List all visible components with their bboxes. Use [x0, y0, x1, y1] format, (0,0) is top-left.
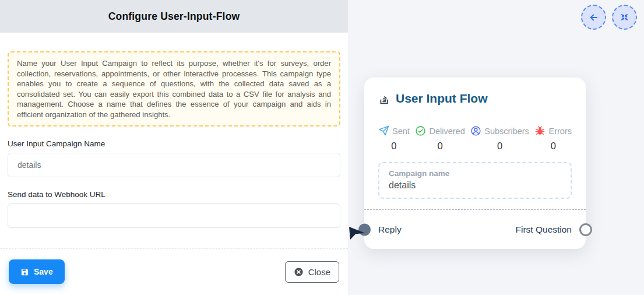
save-icon — [20, 268, 29, 276]
flow-canvas[interactable]: User Input Flow Sent 0 — [348, 0, 644, 295]
stat-subscribers-label: Subscribers — [484, 127, 529, 136]
back-arrow-icon — [589, 12, 599, 23]
stat-sent-label: Sent — [392, 127, 410, 136]
stat-delivered-label: Delivered — [429, 127, 464, 136]
close-circle-icon — [294, 267, 304, 277]
stat-delivered: Delivered 0 — [415, 125, 464, 152]
campaign-name-input[interactable] — [8, 153, 340, 177]
stat-errors-label: Errors — [548, 127, 571, 136]
send-icon — [378, 125, 389, 136]
stack-icon — [378, 93, 390, 105]
canvas-controls — [581, 5, 637, 30]
webhook-url-label: Send data to Webhook URL — [8, 190, 340, 199]
reply-label: Reply — [378, 224, 402, 235]
node-body: User Input Flow Sent 0 — [364, 78, 586, 199]
node-stats: Sent 0 Delivered 0 — [378, 125, 572, 152]
user-input-flow-node[interactable]: User Input Flow Sent 0 — [364, 78, 586, 249]
save-button-label: Save — [34, 267, 53, 276]
dialog-body: Name your User Input Campaign to reflect… — [0, 51, 348, 228]
stat-delivered-value: 0 — [437, 141, 442, 152]
node-footer: Reply First Question — [364, 209, 586, 249]
stat-subscribers-value: 0 — [497, 141, 502, 152]
save-button[interactable]: Save — [9, 259, 65, 284]
close-button-label: Close — [308, 267, 330, 277]
user-input-flow-screen: Configure User-Input-Flow Name your User… — [0, 0, 644, 295]
webhook-url-input[interactable] — [8, 203, 340, 228]
fit-view-button[interactable] — [612, 5, 637, 30]
user-circle-icon — [470, 125, 481, 136]
dialog-footer: Save Close — [0, 248, 348, 295]
first-question-label: First Question — [516, 224, 572, 235]
first-question-target-handle[interactable] — [579, 223, 592, 236]
stat-sent: Sent 0 — [378, 125, 410, 152]
campaign-name-display-value: details — [389, 180, 561, 191]
campaign-name-display-label: Campaign name — [389, 169, 561, 178]
stat-errors-value: 0 — [551, 141, 556, 152]
node-title-row: User Input Flow — [378, 92, 572, 106]
dialog-title: Configure User-Input-Flow — [108, 10, 240, 23]
check-circle-icon — [415, 125, 426, 136]
fit-view-icon — [620, 12, 629, 22]
stat-errors: Errors 0 — [534, 125, 571, 152]
node-title: User Input Flow — [396, 92, 488, 106]
stat-sent-value: 0 — [391, 141, 396, 152]
campaign-name-display: Campaign name details — [378, 162, 572, 199]
reply-source-handle[interactable] — [358, 223, 371, 236]
bug-icon — [534, 125, 546, 136]
configure-dialog: Configure User-Input-Flow Name your User… — [0, 0, 348, 295]
stat-subscribers: Subscribers 0 — [470, 125, 529, 152]
dialog-header: Configure User-Input-Flow — [0, 0, 348, 33]
campaign-name-label: User Input Campaign Name — [8, 139, 340, 148]
campaign-info-note: Name your User Input Campaign to reflect… — [8, 51, 340, 127]
close-button[interactable]: Close — [285, 261, 339, 283]
back-button[interactable] — [581, 5, 606, 30]
